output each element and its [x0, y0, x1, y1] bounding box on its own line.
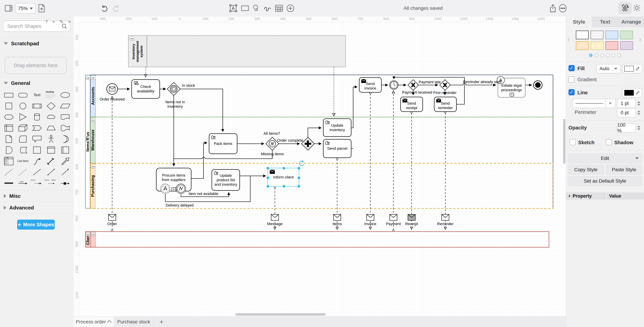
style-swatch[interactable]: [606, 41, 618, 50]
shape-process[interactable]: [30, 101, 44, 112]
shape-dotted-line[interactable]: [16, 167, 30, 178]
label-missing-items[interactable]: Missing items: [258, 152, 286, 156]
shape-text[interactable]: Text: [30, 90, 44, 101]
timer-event[interactable]: [390, 81, 398, 89]
canvas-area[interactable]: -300-200-1000100200300400500600700800900…: [74, 17, 566, 316]
shape-square[interactable]: [2, 101, 16, 112]
shape-link[interactable]: [2, 178, 16, 189]
rotate-handle-icon[interactable]: [298, 160, 305, 166]
subprocess-marker[interactable]: +: [172, 187, 176, 191]
add-page-icon[interactable]: [38, 4, 46, 13]
scratchpad-add-icon[interactable]: +: [52, 19, 55, 25]
message-shape-invoice[interactable]: [366, 214, 374, 221]
style-swatch[interactable]: [576, 41, 588, 50]
add-page-tab[interactable]: +: [154, 316, 169, 327]
task-send-reminder[interactable]: Send reminder: [434, 97, 457, 112]
perimeter-input[interactable]: 0 pt: [617, 108, 636, 117]
shape-ellipse[interactable]: [58, 90, 72, 101]
shape-internal-storage[interactable]: [2, 123, 16, 134]
label-delivery-delayed[interactable]: Delivery delayed: [162, 203, 198, 208]
tab-arrange[interactable]: Arrange: [618, 17, 644, 27]
line-style-select[interactable]: [572, 99, 616, 108]
connectors[interactable]: [80, 23, 566, 316]
horizontal-scrollbar[interactable]: [235, 313, 326, 316]
shape-dashed-line[interactable]: [2, 167, 16, 178]
shape-parallelogram[interactable]: [58, 101, 72, 112]
task-send-invoice[interactable]: Send invoice: [359, 77, 382, 93]
shape-bidirectional-arrow[interactable]: [44, 156, 58, 167]
theme-light-icon[interactable]: [633, 4, 641, 12]
tab-style[interactable]: Style: [566, 17, 592, 27]
label-all-items[interactable]: All items?: [258, 131, 286, 136]
sketch-mode-toggle[interactable]: [618, 2, 632, 14]
shape-card[interactable]: [16, 134, 30, 145]
selection-handle[interactable]: [266, 176, 270, 179]
style-swatch[interactable]: [620, 31, 633, 39]
message-shape-items[interactable]: [333, 214, 341, 221]
label-receipt[interactable]: Receipt: [398, 222, 426, 226]
shape-rectangle[interactable]: [2, 90, 16, 101]
shape-bidirectional-connector[interactable]: [44, 167, 58, 178]
diagram-surface[interactable]: Inventory management system Items'R'us A…: [80, 23, 566, 316]
message-shape-message[interactable]: [271, 214, 279, 221]
paste-style-button[interactable]: Paste Style: [606, 165, 642, 175]
task-send-parcel[interactable]: Send parcel: [323, 139, 352, 158]
error-boundary-event[interactable]: [176, 183, 186, 194]
style-swatch[interactable]: [606, 31, 618, 39]
start-event-order-received[interactable]: [106, 83, 118, 95]
escalation-boundary-event[interactable]: [160, 183, 171, 194]
shape-cylinder[interactable]: [30, 112, 44, 123]
property-column-header[interactable]: Property: [566, 192, 606, 200]
swatch-page-dot[interactable]: [595, 54, 598, 57]
shape-rounded-rectangle[interactable]: [16, 90, 30, 101]
style-swatch[interactable]: [591, 31, 604, 39]
label-payment-late[interactable]: Payment late: [416, 80, 444, 84]
selection-handle[interactable]: [282, 185, 286, 188]
undo-icon[interactable]: [101, 4, 109, 13]
task-update-inventory[interactable]: Update inventory: [323, 118, 352, 137]
selection-handle[interactable]: [282, 167, 286, 170]
sketch-checkbox[interactable]: [570, 139, 576, 145]
shape-callout[interactable]: [30, 134, 44, 145]
insert-tool-icon[interactable]: [286, 4, 294, 13]
message-shape-payment[interactable]: [390, 214, 397, 221]
shape-tape[interactable]: [58, 123, 72, 134]
label-message[interactable]: Message: [261, 222, 289, 226]
shape-vertical-container[interactable]: [44, 145, 58, 156]
shape-data-storage[interactable]: [16, 145, 30, 156]
label-reminder-already-sent[interactable]: Reminder already sent: [461, 80, 504, 84]
swatch-page-dot[interactable]: [617, 54, 621, 57]
style-swatch[interactable]: [620, 41, 633, 50]
swatch-page-dot[interactable]: [600, 54, 604, 57]
edit-style-button[interactable]: Edit: [568, 154, 642, 163]
label-items[interactable]: Items: [324, 222, 351, 226]
message-shape-reminder[interactable]: [441, 214, 449, 221]
opacity-input[interactable]: 100 %: [617, 123, 636, 133]
shape-list[interactable]: List Item 1 Item 2 Item 3: [2, 156, 16, 167]
perimeter-stepper[interactable]: [636, 108, 642, 117]
misc-section-header[interactable]: Misc: [0, 191, 74, 201]
toggle-panels-icon[interactable]: [4, 4, 13, 13]
page-tab-purchase-stock[interactable]: Purchase stock: [114, 316, 154, 327]
scratchpad-close-icon[interactable]: ×: [68, 19, 71, 25]
shape-or[interactable]: [58, 134, 72, 145]
shape-step[interactable]: [30, 123, 44, 134]
shape-arrow-with-label[interactable]: Label: [16, 178, 30, 189]
shape-cloud[interactable]: [44, 112, 58, 123]
shape-horizontal-container[interactable]: [58, 145, 72, 156]
task-send-receipt[interactable]: Send receipt: [400, 97, 423, 112]
task-pack-items[interactable]: Pack items: [209, 133, 237, 154]
selection-handle[interactable]: [297, 167, 300, 170]
line-color-button[interactable]: [622, 88, 642, 97]
message-flows[interactable]: [112, 91, 445, 230]
shape-circle[interactable]: [16, 101, 30, 112]
swatch-page-dot-active[interactable]: [589, 54, 592, 57]
freehand-tool-icon[interactable]: [264, 4, 272, 13]
line-width-input[interactable]: 1 pt: [617, 99, 636, 108]
label-items-not-in-inventory[interactable]: Items not in inventory: [161, 100, 189, 109]
share-icon[interactable]: [549, 4, 557, 13]
selection-handle[interactable]: [266, 185, 270, 188]
scratchpad-edit-icon[interactable]: ✎: [60, 19, 64, 25]
tab-text[interactable]: Text: [592, 17, 618, 27]
shape-arrow-source-target[interactable]: SourceTarget: [44, 178, 58, 189]
